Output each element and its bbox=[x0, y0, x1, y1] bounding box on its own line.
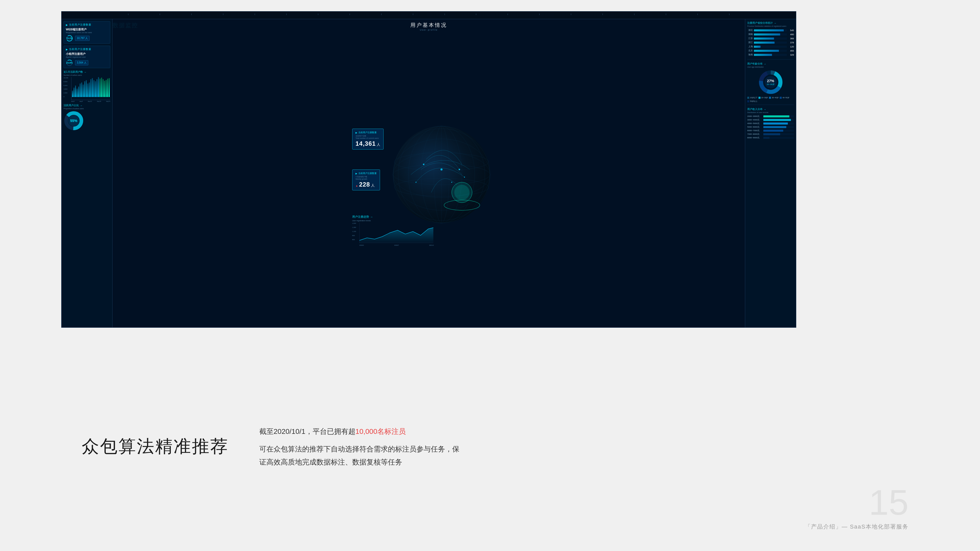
weekly-new-label: 7天新增用户数 bbox=[355, 175, 377, 178]
text1-highlight: 10,000名标注员 bbox=[355, 427, 406, 435]
svg-point-23 bbox=[458, 169, 460, 170]
app-card-title: 小程序注册用户 bbox=[66, 52, 108, 56]
legend-dot bbox=[747, 97, 749, 99]
bar-item bbox=[101, 78, 102, 97]
province-value: 120 bbox=[788, 45, 794, 48]
income-bar-bg bbox=[763, 137, 794, 139]
bar-item bbox=[97, 79, 97, 97]
province-row: 湖北 545 bbox=[747, 29, 794, 32]
legend-dot bbox=[759, 97, 760, 99]
income-subtitle: Distribution of user income bbox=[747, 111, 794, 113]
ruler-bar bbox=[62, 11, 796, 19]
bar-item bbox=[98, 77, 99, 97]
bar-item bbox=[80, 83, 81, 97]
income-bar bbox=[763, 119, 791, 121]
income-range-label: 7000~8000元 bbox=[747, 133, 762, 135]
income-bar bbox=[763, 137, 770, 139]
ruler-mark bbox=[113, 14, 144, 15]
web-users-card: ▶ 当前用户注册数量 WEB端注册用户 Registered users on … bbox=[64, 21, 110, 44]
age-title: 用户年龄分布 bbox=[747, 62, 762, 65]
province-bars-container: 湖北 545 湖南 480 江苏 366 浙江 378 上海 bbox=[747, 29, 794, 56]
app-card-header-label: 当前用户注册数量 bbox=[69, 48, 91, 51]
legend-dot bbox=[769, 97, 771, 99]
ruler-mark bbox=[271, 14, 302, 15]
province-bar bbox=[754, 29, 784, 31]
age-legend-item: 20~30岁 bbox=[759, 97, 768, 99]
province-bar bbox=[754, 33, 780, 35]
bar-item bbox=[100, 79, 100, 97]
bar-item bbox=[103, 79, 103, 97]
income-range-label: 2000~3000元 bbox=[747, 115, 762, 118]
current-users-label: 当前用户总数 bbox=[355, 135, 380, 137]
trend-x-labels: 2020/1 2020/7 2021/1 bbox=[360, 245, 434, 246]
ruler-marks bbox=[113, 11, 745, 15]
active-chart-subtitle: Number of active users bbox=[64, 74, 110, 76]
age-legend-item: 30~40岁 bbox=[769, 97, 779, 99]
province-bar bbox=[754, 38, 774, 40]
trend-subtitle: User registration trends bbox=[352, 220, 434, 221]
active-ratio-title-row: 活跃用户占比 → bbox=[64, 104, 110, 107]
ruler-mark bbox=[302, 14, 334, 15]
text3: 证高效高质地完成数据标注、数据复核等任务 bbox=[259, 458, 402, 466]
active-ratio-title: 活跃用户占比 bbox=[64, 104, 79, 107]
province-subtitle: Province Distribution statistics of regi… bbox=[747, 25, 794, 27]
current-users-value: 14,361 bbox=[355, 140, 375, 147]
weekly-new-header: 当前用户注册数量 bbox=[358, 172, 377, 175]
ruler-mark bbox=[334, 14, 366, 15]
ruler-mark bbox=[176, 14, 207, 15]
province-name: 海南 bbox=[747, 53, 753, 56]
ruler-mark bbox=[682, 14, 713, 15]
bar-item bbox=[104, 81, 105, 97]
province-name: 上海 bbox=[747, 45, 753, 48]
ruler-mark bbox=[239, 14, 271, 15]
province-row: 湖南 480 bbox=[747, 33, 794, 36]
ruler-mark bbox=[492, 14, 524, 15]
current-users-sublabel: Total number of current users bbox=[355, 137, 380, 139]
income-bar bbox=[763, 130, 783, 132]
active-ratio-section: 活跃用户占比 → Proportion of active users 55% bbox=[64, 104, 110, 131]
app-card-subtitle: Applet registered user bbox=[66, 56, 108, 58]
province-row: 上海 120 bbox=[747, 45, 794, 48]
web-card-header-label: 当前用户注册数量 bbox=[69, 23, 91, 27]
income-range-label: 4000~5000元 bbox=[747, 122, 762, 125]
bar-item bbox=[81, 83, 82, 97]
ruler-mark bbox=[619, 14, 650, 15]
current-users-stat-box: ▶ 当前用户注册数量 当前用户总数 Total number of curren… bbox=[352, 129, 383, 150]
age-center-pct: 27% bbox=[767, 79, 774, 83]
age-donut-wrapper: 27% 20~30岁 bbox=[747, 69, 794, 95]
active-chart-title-row: 近1月活跃用户数 → bbox=[64, 70, 110, 74]
income-bar-bg bbox=[763, 133, 794, 135]
weekly-new-stat-box: ▶ 当前用户注册数量 7天新增用户数 Weekly growth ▲ 228 人 bbox=[352, 169, 380, 190]
y-label-0: 0 bbox=[64, 96, 68, 97]
income-title: 用户收入分布 bbox=[747, 107, 762, 111]
province-name: 浙江 bbox=[747, 41, 753, 44]
income-bar-bg bbox=[763, 126, 794, 128]
web-percentage: 75.2% bbox=[66, 37, 73, 40]
income-bar bbox=[763, 115, 789, 118]
donut-chart: 55% bbox=[64, 110, 84, 131]
province-row: 浙江 378 bbox=[747, 41, 794, 44]
income-bar bbox=[763, 123, 788, 124]
bottom-text-line1: 截至2020/10/1，平台已拥有超10,000名标注员 bbox=[259, 424, 898, 439]
income-bar-bg bbox=[763, 130, 794, 132]
right-panel: 注册用户省份分布统计 → Province Distribution stati… bbox=[745, 19, 796, 327]
bar-item bbox=[87, 83, 88, 97]
province-value: 329 bbox=[788, 54, 794, 56]
income-row: 4000~5000元 bbox=[747, 122, 794, 125]
y-label-2000: 2,000 bbox=[64, 92, 68, 94]
legend-label: 50岁以上 bbox=[750, 100, 757, 103]
text2: 可在众包算法的推荐下自动选择符合需求的标注员参与任务，保 bbox=[259, 445, 460, 453]
app-count: 3,564 人 bbox=[75, 60, 88, 65]
bar-item bbox=[73, 88, 75, 97]
bar-item bbox=[92, 78, 93, 97]
income-row: 3000~4000元 bbox=[747, 118, 794, 121]
province-bar-bg bbox=[754, 46, 787, 48]
province-bar-bg bbox=[754, 54, 787, 56]
ruler-mark bbox=[144, 14, 176, 15]
legend-dot bbox=[747, 100, 749, 102]
age-donut-center: 27% 20~30岁 bbox=[767, 79, 774, 86]
bar-item bbox=[84, 81, 85, 97]
age-title-row: 用户年龄分布 → bbox=[747, 62, 794, 65]
bar-item bbox=[83, 84, 84, 97]
bottom-text-line2: 可在众包算法的推荐下自动选择符合需求的标注员参与任务，保 证高效高质地完成数据标… bbox=[259, 443, 898, 468]
